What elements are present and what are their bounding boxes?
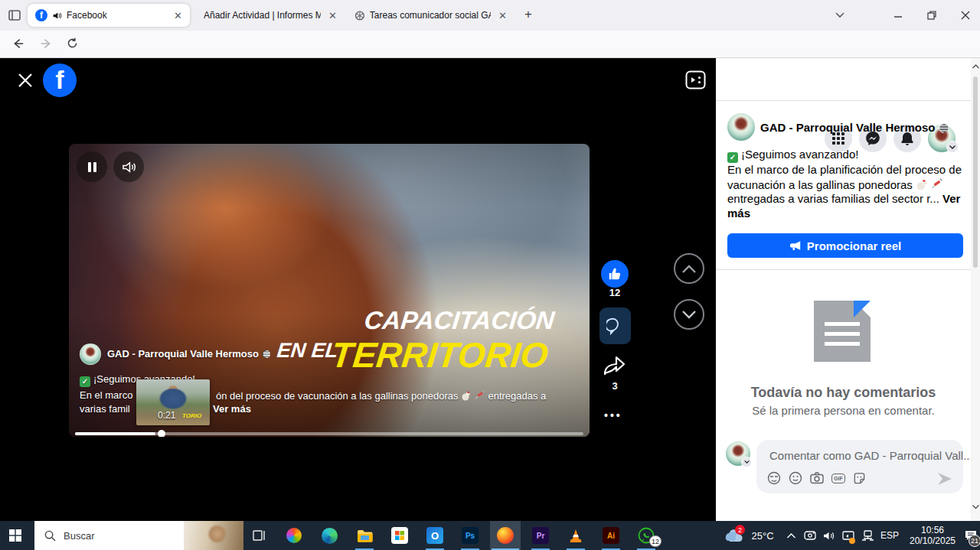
tab-title: Añadir Actividad | Informes Mensua — [204, 10, 321, 21]
reel-see-more[interactable]: Ver más — [213, 403, 251, 415]
window-minimize-button[interactable] — [887, 6, 910, 24]
reload-button[interactable] — [66, 37, 79, 50]
whatsapp-app-icon[interactable]: 12 — [631, 521, 662, 550]
taskbar-search-box[interactable]: Buscar — [34, 521, 243, 550]
scrollbar-thumb[interactable] — [973, 76, 978, 268]
reel-caption-row1-left: En el marco — [80, 389, 132, 401]
more-options-icon[interactable]: ••• — [604, 409, 622, 421]
task-view-button[interactable] — [243, 521, 274, 550]
comment-placeholder[interactable]: Comentar como GAD - Parroquial Vall... — [769, 449, 973, 462]
scroll-down-icon[interactable] — [972, 505, 979, 509]
progress-knob[interactable] — [158, 430, 165, 437]
globe-privacy-icon — [262, 350, 271, 359]
tab-close-icon[interactable]: ✕ — [498, 10, 507, 21]
weather-alert-badge: 2 — [735, 525, 745, 535]
sticker-icon[interactable] — [853, 472, 866, 485]
cast-status-dot — [849, 538, 855, 544]
comment-composer[interactable]: Comentar como GAD - Parroquial Vall... G… — [756, 440, 963, 493]
reel-video[interactable]: CAPACITACIÓN EN EL TERRITORIO GAD - Parr… — [69, 144, 590, 437]
like-button[interactable] — [601, 260, 629, 288]
temperature-label[interactable]: 25°C — [747, 521, 778, 550]
network-tray-icon[interactable] — [858, 521, 877, 550]
reel-stage: f CAPACITACIÓN EN EL TERRITORIO GAD - Pa… — [0, 58, 716, 521]
keyboard-language-label[interactable]: ESP — [877, 521, 902, 550]
windows-taskbar: Buscar O Ps Pr — [0, 521, 980, 550]
back-button[interactable] — [11, 37, 24, 50]
tray-date: 20/10/2025 — [910, 535, 956, 546]
chatgpt-favicon — [354, 10, 365, 21]
chicken-icon — [916, 179, 928, 190]
start-button[interactable] — [0, 521, 31, 550]
comments-button[interactable] — [599, 308, 631, 344]
reel-page-avatar[interactable] — [80, 343, 101, 365]
composer-avatar-chevron-icon[interactable] — [741, 457, 752, 467]
divider — [716, 269, 971, 270]
teams-tray-icon[interactable] — [801, 521, 819, 550]
scroll-up-icon[interactable] — [972, 64, 979, 69]
tab-audio-icon[interactable] — [52, 11, 62, 21]
post-page-avatar[interactable] — [727, 113, 755, 141]
forward-button[interactable] — [40, 37, 54, 50]
tab-close-icon[interactable]: ✕ — [328, 10, 337, 21]
reel-caption-row1-right: ón del proceso de vacunación a las galli… — [216, 389, 546, 402]
edge-app-icon[interactable] — [314, 521, 345, 550]
window-close-button[interactable] — [954, 6, 977, 24]
thumbs-up-icon — [608, 267, 622, 281]
copilot-app-icon[interactable] — [279, 521, 309, 550]
tab-close-icon[interactable]: ✕ — [174, 10, 182, 21]
chicken-icon — [461, 391, 472, 401]
photoshop-app-icon[interactable]: Ps — [455, 521, 485, 550]
preview-timestamp: 0:21 — [158, 410, 175, 421]
search-highlight-sloth-image[interactable] — [184, 521, 243, 550]
notification-center-icon[interactable]: 21 — [962, 521, 980, 550]
post-page-name[interactable]: GAD - Parroquial Valle Hermoso — [760, 121, 949, 134]
illustrator-app-icon[interactable]: Ai — [596, 521, 626, 550]
camera-icon[interactable] — [810, 472, 824, 484]
previous-reel-button[interactable] — [674, 253, 704, 284]
premiere-app-icon[interactable]: Pr — [525, 521, 556, 550]
tab-informes[interactable]: Añadir Actividad | Informes Mensua ✕ — [198, 0, 343, 31]
promote-reel-button[interactable]: Promocionar reel — [727, 233, 963, 258]
overlay-title-line2: EN EL — [276, 340, 339, 361]
post-caption: ✓¡Seguimos avanzando! En el marco de la … — [727, 148, 965, 220]
syringe-icon — [475, 389, 485, 399]
tab-facebook[interactable]: f Facebook ✕ — [28, 4, 190, 27]
share-button[interactable] — [603, 355, 627, 379]
facebook-logo[interactable]: f — [43, 63, 77, 97]
tab-list-chevron[interactable] — [828, 6, 851, 24]
next-reel-button[interactable] — [674, 299, 704, 330]
tab-tareas[interactable]: Tareas comunicador social GAD ✕ — [348, 0, 513, 31]
globe-privacy-icon — [939, 123, 949, 133]
page-scrollbar[interactable] — [971, 58, 980, 521]
firefox-app-icon-active[interactable] — [490, 521, 521, 550]
volume-tray-icon[interactable] — [820, 521, 838, 550]
share-count: 3 — [601, 380, 629, 392]
weather-icon[interactable]: 2 — [724, 521, 744, 550]
firefox-sidebar-icon[interactable] — [8, 8, 21, 25]
check-icon: ✓ — [80, 376, 90, 387]
gif-icon[interactable]: GIF — [831, 474, 845, 483]
microsoft-store-app-icon[interactable] — [384, 521, 415, 550]
send-comment-icon[interactable] — [937, 472, 952, 486]
clock[interactable]: 10:56 20/10/2025 — [905, 521, 960, 550]
close-reel-icon[interactable] — [18, 73, 33, 91]
scrub-preview-thumbnail: 0:21 TORIO — [136, 379, 210, 425]
pause-button[interactable] — [77, 151, 107, 182]
screen: f Facebook ✕ Añadir Actividad | Informes… — [0, 0, 980, 550]
search-icon — [44, 530, 56, 542]
windows-logo-icon — [9, 529, 21, 542]
new-tab-button[interactable]: + — [524, 7, 532, 22]
emoji-icon[interactable] — [789, 471, 802, 485]
window-restore-button[interactable] — [920, 6, 943, 24]
tray-expand-chevron-icon[interactable] — [782, 521, 799, 550]
outlook-app-icon[interactable]: O — [420, 521, 450, 550]
volume-button[interactable] — [113, 151, 144, 182]
reel-page-name[interactable]: GAD - Parroquial Valle Hermoso — [107, 348, 271, 360]
vlc-app-icon[interactable] — [560, 521, 591, 550]
browser-tab-bar: f Facebook ✕ Añadir Actividad | Informes… — [0, 0, 980, 31]
file-explorer-app-icon[interactable] — [349, 521, 380, 550]
avatar-sticker-icon[interactable] — [767, 471, 781, 485]
theater-mode-icon[interactable] — [685, 70, 706, 93]
cast-tray-icon[interactable] — [839, 521, 858, 550]
video-progress-bar[interactable] — [75, 432, 583, 435]
